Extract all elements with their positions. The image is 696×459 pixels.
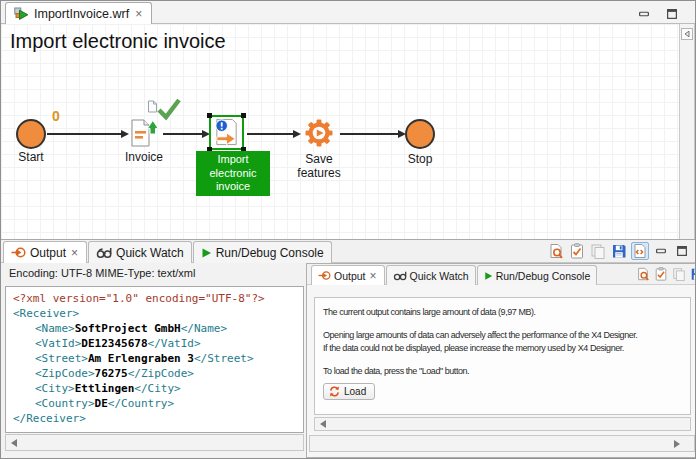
output-toolbar [547, 242, 691, 260]
tab-output[interactable]: Output × [3, 241, 87, 263]
run-debug-play-icon [201, 247, 212, 259]
edge-counter-badge: 0 [52, 108, 60, 124]
xml-line: <?xml version="1.0" encoding="UTF-8"?> [13, 291, 303, 306]
node-import-label-line: Import [196, 153, 270, 167]
tab-run-debug-console-label: Run/Debug Console [216, 246, 324, 260]
node-import-label-line: invoice [196, 180, 270, 194]
scroll-right-arrow-icon[interactable] [674, 440, 680, 448]
node-import-label: Import electronic invoice [196, 151, 270, 196]
arrowhead-icon [293, 130, 301, 138]
copy-icon[interactable] [589, 242, 607, 260]
maximize-panel-icon[interactable] [673, 242, 691, 260]
xml-line: <Name>SoftProject GmbH</Name> [13, 321, 303, 336]
editor-tabbar: ImportInvoice.wrf × [1, 1, 695, 24]
copy-icon[interactable] [671, 266, 687, 282]
output-icon [318, 270, 331, 281]
node-stop[interactable] [405, 119, 435, 149]
xml-line: <Receiver> [13, 306, 303, 321]
search-output-icon[interactable] [635, 266, 651, 282]
save-output-icon[interactable] [689, 266, 696, 282]
node-save-features-gear-icon[interactable] [301, 116, 337, 152]
selection-handle[interactable] [241, 113, 246, 118]
secondary-output-tabbar: Output × Quick Watch Run/ [307, 264, 696, 285]
tab-output-secondary[interactable]: Output × [311, 265, 385, 285]
collapsed-panel-strip [679, 24, 695, 239]
node-save-features-label: Save features [282, 152, 356, 180]
clipboard-check-icon[interactable] [653, 266, 669, 282]
edge-invoice-import[interactable] [163, 133, 208, 135]
encoding-mime-line: Encoding: UTF-8 MIME-Type: text/xml [9, 267, 195, 279]
load-button[interactable]: Load [323, 383, 375, 400]
tab-quick-watch[interactable]: Quick Watch [88, 241, 192, 263]
minimize-icon[interactable] [635, 5, 653, 23]
scroll-left-arrow-icon[interactable] [320, 420, 326, 428]
clipboard-check-icon[interactable] [568, 242, 586, 260]
message-line: The current output contains large amount… [323, 307, 682, 317]
edge-save-stop[interactable] [340, 133, 404, 135]
tab-output-secondary-close-icon[interactable]: × [369, 270, 378, 282]
restore-panel-arrow-icon[interactable] [681, 28, 693, 40]
quick-watch-glasses-icon [393, 270, 407, 281]
quick-watch-glasses-icon [96, 246, 112, 259]
workflow-canvas[interactable]: Import electronic invoice Start 0 Invoic… [1, 24, 696, 239]
edge-start-invoice[interactable] [47, 133, 127, 135]
tab-run-debug-secondary-label: Run/Debug Console [496, 270, 591, 282]
save-output-icon[interactable] [610, 242, 628, 260]
output-icon [11, 246, 26, 259]
editor-tab-close-icon[interactable]: × [134, 8, 143, 20]
xml-horizontal-scrollbar[interactable] [5, 434, 304, 451]
workflow-file-icon [14, 7, 29, 20]
import-invoice-icon [212, 117, 241, 147]
output-tabbar: Output × Quick Watch Run/Debug Console [1, 240, 695, 263]
message-line: To load the data, press the "Load" butto… [323, 366, 682, 376]
selection-handle[interactable] [207, 113, 212, 118]
node-stop-label: Stop [405, 152, 435, 166]
workflow-title: Import electronic invoice [10, 30, 226, 53]
maximize-icon[interactable] [663, 5, 681, 23]
success-checkmark-icon [156, 97, 182, 122]
node-start[interactable] [16, 119, 46, 149]
node-start-label: Start [12, 150, 50, 164]
secondary-output-panel: Output × Quick Watch Run/ [306, 263, 696, 458]
node-import-selected[interactable] [209, 115, 244, 150]
load-refresh-icon [329, 386, 340, 397]
xml-line: <ZipCode>76275</ZipCode> [13, 366, 303, 381]
scroll-left-arrow-icon[interactable] [11, 439, 17, 447]
editor-tab-title: ImportInvoice.wrf [34, 7, 129, 21]
run-debug-play-icon [484, 271, 493, 281]
xml-line: <VatId>DE12345678</VatId> [13, 336, 303, 351]
minimize-panel-icon[interactable] [652, 242, 670, 260]
edge-import-save[interactable] [247, 133, 299, 135]
x4-designer-window: ImportInvoice.wrf × Import electronic in… [0, 0, 696, 459]
tab-quick-watch-label: Quick Watch [116, 246, 184, 260]
xml-output-view[interactable]: <?xml version="1.0" encoding="UTF-8"?><R… [5, 286, 304, 433]
message-line: If the data could not be displayed, plea… [323, 343, 682, 353]
tab-run-debug-secondary[interactable]: Run/Debug Console [477, 265, 598, 285]
secondary-output-toolbar [635, 266, 696, 282]
tab-output-close-icon[interactable]: × [70, 247, 79, 259]
bottom-panel: Output × Quick Watch Run/Debug Console [1, 239, 695, 458]
node-invoice-label: Invoice [117, 150, 171, 164]
tab-quick-watch-secondary-label: Quick Watch [410, 270, 469, 282]
xml-line: <Street>Am Erlengraben 3</Street> [13, 351, 303, 366]
search-output-icon[interactable] [547, 242, 565, 260]
xml-line: </Receiver> [13, 411, 303, 426]
tab-output-secondary-label: Output [334, 270, 366, 282]
panel-horizontal-scrollbar[interactable] [309, 435, 695, 452]
large-output-message-box: The current output contains large amount… [314, 297, 691, 415]
tab-run-debug-console[interactable]: Run/Debug Console [193, 241, 332, 263]
open-in-editor-icon[interactable] [631, 242, 649, 260]
tab-output-label: Output [30, 246, 66, 260]
xml-line: <City>Ettlingen</City> [13, 381, 303, 396]
message-line: Opening large amounts of data can advers… [323, 330, 682, 340]
message-horizontal-scrollbar[interactable] [314, 417, 691, 431]
editor-tab-importinvoice[interactable]: ImportInvoice.wrf × [5, 2, 152, 24]
tab-quick-watch-secondary[interactable]: Quick Watch [386, 265, 476, 285]
load-button-label: Load [344, 386, 366, 397]
node-import-label-line: electronic [196, 167, 270, 181]
xml-line: <Country>DE</Country> [13, 396, 303, 411]
node-invoice[interactable] [128, 116, 159, 149]
